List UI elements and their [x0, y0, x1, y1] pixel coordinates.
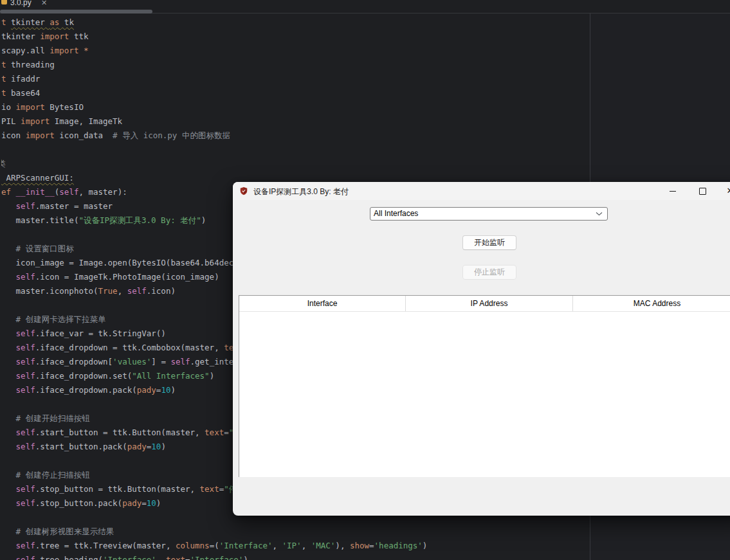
code-line: t base64: [1, 86, 590, 100]
python-file-icon: [1, 0, 7, 5]
maximize-button[interactable]: [688, 182, 717, 200]
code-line: tkinter import ttk: [1, 30, 590, 44]
column-header[interactable]: MAC Address: [573, 296, 730, 311]
start-listen-button[interactable]: 开始监听: [462, 235, 516, 250]
scrollbar-thumb[interactable]: [0, 10, 152, 14]
minimize-icon: [670, 191, 676, 192]
code-line: t threading: [1, 58, 590, 72]
code-line: t tkinter as tk: [1, 15, 590, 30]
close-icon: ✕: [727, 182, 730, 200]
minimize-button[interactable]: [658, 182, 688, 200]
code-line: # 创建树形视图来显示结果: [1, 525, 590, 539]
code-line: self.tree.heading('Interface', text='Int…: [1, 553, 590, 560]
combobox-value: All Interfaces: [374, 209, 418, 218]
app-window: 设备IP探测工具3.0 By: 老付 ✕ All Interfaces 开始监听…: [233, 182, 730, 516]
treeview-header: InterfaceIP AddressMAC Address: [239, 296, 730, 312]
code-line: self.tree = ttk.Treeview(master, columns…: [1, 539, 590, 553]
code-line: icon import icon_data # 导入 icon.py 中的图标数…: [1, 129, 590, 143]
code-line: io import BytesIO: [1, 100, 590, 114]
maximize-icon: [699, 188, 706, 195]
code-line: [1, 143, 590, 157]
code-line: scapy.all import *: [1, 44, 590, 58]
results-treeview[interactable]: InterfaceIP AddressMAC Address: [239, 295, 730, 477]
stop-listen-button[interactable]: 停止监听: [462, 265, 516, 280]
tab-3.0.py[interactable]: 3.0.py: [10, 0, 32, 7]
treeview-body: [239, 312, 730, 477]
code-line: t ifaddr: [1, 72, 590, 86]
column-header[interactable]: Interface: [239, 296, 406, 311]
column-header[interactable]: IP Address: [406, 296, 573, 311]
screen: 3.0.py ✕ t tkinter as tktkinter import t…: [0, 0, 730, 560]
code-line: PIL import Image, ImageTk: [1, 114, 590, 129]
code-line: 类: [1, 157, 590, 171]
close-button[interactable]: ✕: [715, 182, 730, 200]
window-title: 设备IP探测工具3.0 By: 老付: [253, 186, 349, 197]
chevron-down-icon[interactable]: [596, 212, 603, 216]
tab-close-icon[interactable]: ✕: [41, 0, 47, 7]
interface-combobox[interactable]: All Interfaces: [370, 207, 608, 221]
window-titlebar[interactable]: 设备IP探测工具3.0 By: 老付 ✕: [233, 182, 730, 200]
shield-icon: [239, 186, 248, 195]
